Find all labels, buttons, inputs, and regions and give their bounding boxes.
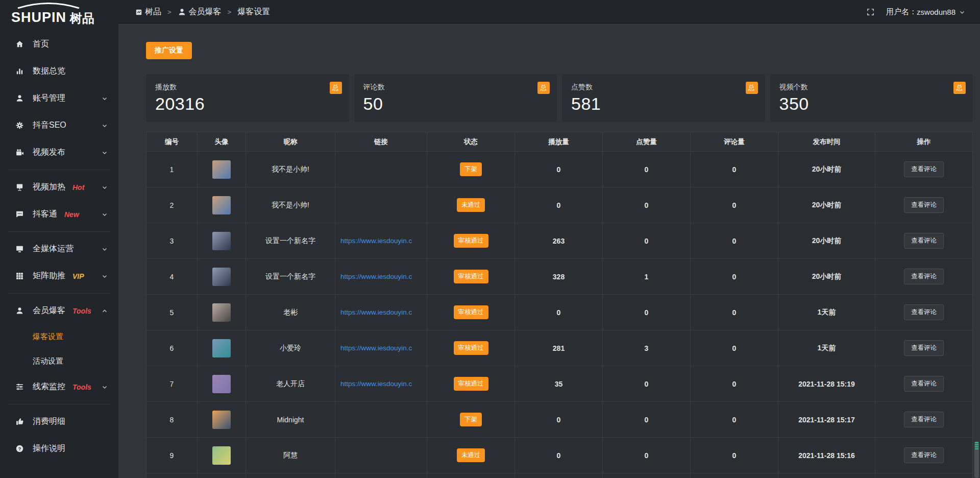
sidebar-divider	[8, 293, 110, 294]
promo-settings-button[interactable]: 推广设置	[146, 42, 192, 59]
view-comments-button[interactable]: 查看评论	[904, 233, 944, 249]
user-menu[interactable]: 用户名： zswodun88	[886, 7, 966, 17]
view-comments-button[interactable]: 查看评论	[904, 376, 944, 392]
avatar	[212, 232, 231, 250]
cell-avatar	[198, 152, 246, 187]
column-header: 头像	[198, 132, 246, 152]
total-badge: 总	[330, 82, 342, 94]
logo-brand-text: SHUPIN	[11, 11, 66, 25]
sidebar-item-1[interactable]: 数据总览	[0, 58, 118, 85]
sidebar-item-12[interactable]: ?操作说明	[0, 435, 118, 462]
video-link[interactable]: https://www.iesdouyin.c	[335, 273, 427, 280]
cell-nickname: 我不是小帅!	[246, 152, 335, 187]
top-header: 树品 > 会员爆客 > 爆客设置 用户名： zswodun88	[118, 0, 980, 25]
bar-chart-icon	[14, 67, 24, 76]
avatar	[212, 303, 231, 322]
cell-status: 审核通过	[427, 259, 515, 295]
sidebar-item-tag: New	[64, 210, 79, 219]
cell-plays	[515, 473, 603, 478]
cell-comments: 0	[691, 402, 778, 438]
fullscreen-icon[interactable]	[866, 8, 875, 16]
cell-nickname: 我不是小帅!	[246, 187, 335, 223]
cell-avatar	[198, 366, 246, 402]
video-link[interactable]: https://www.iesdouyin.c	[335, 344, 427, 352]
cell-id: 2	[146, 187, 198, 223]
screen-icon	[14, 183, 24, 192]
page-scrollbar[interactable]	[974, 0, 979, 478]
video-link[interactable]: https://www.iesdouyin.c	[335, 380, 427, 388]
cell-status: 未通过	[427, 187, 515, 223]
sidebar-subitem-active[interactable]: 爆客设置	[0, 324, 118, 349]
video-link[interactable]: https://www.iesdouyin.c	[335, 308, 427, 316]
cell-plays: 35	[515, 366, 603, 402]
breadcrumb-separator: >	[228, 8, 232, 16]
cell-status: 审核通过	[427, 330, 515, 366]
video-link[interactable]: https://www.iesdouyin.c	[335, 237, 427, 245]
cell-action: 查看评论	[875, 223, 972, 259]
username-value: zswodun88	[917, 8, 955, 16]
cell-action: 查看评论	[875, 438, 972, 473]
app-icon	[135, 9, 142, 16]
view-comments-button[interactable]: 查看评论	[904, 161, 944, 177]
sidebar-divider	[8, 170, 110, 170]
video-camera-icon	[14, 148, 24, 157]
sidebar-item-label: 会员爆客	[33, 305, 65, 316]
view-comments-button[interactable]: 查看评论	[904, 269, 944, 284]
breadcrumb: 树品 > 会员爆客 > 爆客设置	[135, 7, 270, 17]
view-comments-button[interactable]: 查看评论	[904, 340, 944, 356]
sidebar-item-11[interactable]: 消费明细	[0, 408, 118, 435]
cell-id: 6	[146, 330, 198, 366]
status-badge: 下架	[460, 413, 482, 426]
cell-action: 查看评论	[875, 187, 972, 223]
view-comments-button[interactable]: 查看评论	[904, 304, 944, 320]
cell-avatar	[198, 473, 246, 478]
sidebar-item-label: 矩阵助推	[33, 271, 65, 281]
cell-publish-time: 1天前	[778, 295, 875, 330]
view-comments-button[interactable]: 查看评论	[904, 412, 944, 427]
cell-publish-time: 20小时前	[778, 259, 875, 295]
cell-publish-time: 1天前	[778, 330, 875, 366]
column-header: 状态	[427, 132, 515, 152]
user-icon	[14, 94, 24, 103]
sidebar-item-label: 首页	[33, 39, 49, 50]
sidebar-subitem[interactable]: 活动设置	[0, 349, 118, 373]
view-comments-button[interactable]: 查看评论	[904, 197, 944, 213]
cell-comments: 0	[691, 152, 778, 187]
breadcrumb-item-section[interactable]: 会员爆客	[189, 7, 222, 17]
sidebar-item-label: 账号管理	[33, 93, 65, 104]
sidebar-item-9[interactable]: 会员爆客Tools	[0, 297, 118, 324]
sidebar-item-8[interactable]: 矩阵助推VIP	[0, 262, 118, 290]
chevron-down-icon	[101, 184, 108, 191]
cell-link	[335, 187, 427, 223]
column-header: 编号	[146, 132, 198, 152]
cell-publish-time	[778, 473, 875, 478]
home-icon	[14, 40, 24, 49]
avatar	[212, 339, 231, 357]
sidebar-item-7[interactable]: 全媒体运营	[0, 235, 118, 262]
status-badge: 未通过	[457, 198, 485, 212]
breadcrumb-item-current: 爆客设置	[237, 7, 270, 17]
sidebar-item-2[interactable]: 账号管理	[0, 85, 118, 112]
gear-icon	[14, 121, 24, 130]
stat-card-3: 视频个数350总	[770, 75, 973, 122]
logo[interactable]: SHUPIN 树品	[0, 0, 118, 26]
cell-publish-time: 20小时前	[778, 152, 875, 187]
scrollbar-thumb[interactable]	[974, 441, 979, 478]
sidebar-item-6[interactable]: 抖客通New	[0, 201, 118, 228]
cell-publish-time: 2021-11-28 15:17	[778, 402, 875, 438]
sidebar-item-label: 抖音SEO	[33, 120, 66, 131]
sidebar-item-10[interactable]: 线索监控Tools	[0, 373, 118, 400]
cell-avatar	[198, 223, 246, 259]
sidebar-item-4[interactable]: 视频发布	[0, 139, 118, 166]
sidebar-item-5[interactable]: 视频加热Hot	[0, 174, 118, 201]
cell-link	[335, 438, 427, 473]
table-row-1: 1我不是小帅!下架00020小时前查看评论	[146, 152, 972, 187]
cell-likes: 0	[603, 402, 691, 438]
view-comments-button[interactable]: 查看评论	[904, 447, 944, 463]
cell-plays: 0	[515, 438, 603, 473]
sidebar-item-0[interactable]: 首页	[0, 31, 118, 58]
sidebar: SHUPIN 树品 首页数据总览账号管理抖音SEO视频发布视频加热Hot抖客通N…	[0, 0, 118, 478]
sidebar-item-3[interactable]: 抖音SEO	[0, 112, 118, 139]
breadcrumb-item-home[interactable]: 树品	[145, 7, 161, 17]
cell-comments: 0	[691, 330, 778, 366]
